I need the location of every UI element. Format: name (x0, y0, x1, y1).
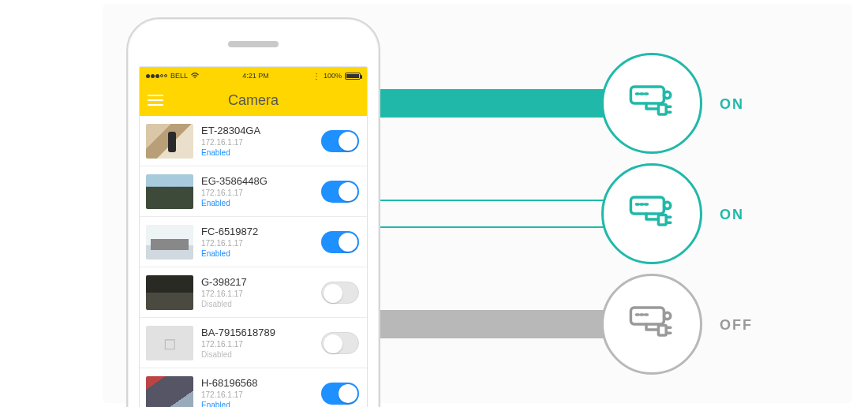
signal-icon (146, 74, 167, 78)
camera-thumbnail (146, 174, 193, 209)
camera-icon (624, 186, 679, 241)
camera-ip: 172.16.1.17 (201, 390, 321, 399)
battery-icon (345, 73, 361, 80)
camera-list[interactable]: ET-28304GA 172.16.1.17 Enabled EG-358644… (140, 116, 367, 407)
camera-toggle[interactable] (321, 383, 359, 405)
camera-name: EG-3586448G (201, 175, 321, 187)
camera-toggle[interactable] (321, 282, 359, 304)
phone-frame: BELL 4:21 PM ⋮ 100% Camera ET-283 (126, 17, 380, 407)
camera-state: Disabled (201, 300, 321, 308)
camera-name: FC-6519872 (201, 226, 321, 237)
battery-pct: 100% (324, 72, 342, 80)
svg-point-7 (664, 312, 670, 319)
svg-rect-2 (658, 104, 666, 114)
camera-thumbnail: ◻ (146, 326, 193, 360)
camera-toggle[interactable] (321, 231, 359, 253)
camera-thumbnail (146, 225, 193, 260)
clock: 4:21 PM (242, 72, 269, 80)
list-item[interactable]: H-68196568 172.16.1.17 Enabled (140, 368, 367, 407)
list-item[interactable]: G-398217 172.16.1.17 Disabled (140, 267, 367, 318)
svg-point-4 (664, 202, 670, 208)
badge-label-1: ON (720, 96, 744, 113)
camera-state: Enabled (201, 401, 321, 407)
badge-label-2: ON (720, 207, 744, 223)
status-bar: BELL 4:21 PM ⋮ 100% (140, 67, 367, 84)
camera-state: Enabled (201, 249, 321, 258)
camera-ip: 172.16.1.17 (201, 340, 321, 349)
camera-name: H-68196568 (201, 377, 321, 389)
nav-bar: Camera (140, 84, 367, 116)
camera-icon (624, 297, 679, 352)
camera-badge-on-1 (601, 53, 702, 154)
camera-toggle[interactable] (321, 181, 359, 203)
camera-thumbnail (146, 124, 193, 159)
camera-state: Enabled (201, 148, 321, 157)
camera-toggle[interactable] (321, 332, 359, 354)
phone-screen: BELL 4:21 PM ⋮ 100% Camera ET-283 (139, 66, 368, 407)
camera-thumbnail (146, 275, 193, 310)
camera-state: Disabled (201, 350, 321, 359)
camera-ip: 172.16.1.17 (201, 138, 321, 147)
svg-rect-5 (658, 215, 666, 225)
camera-name: G-398217 (201, 276, 321, 288)
svg-point-1 (664, 91, 670, 98)
camera-ip: 172.16.1.17 (201, 289, 321, 298)
list-item[interactable]: EG-3586448G 172.16.1.17 Enabled (140, 166, 367, 217)
menu-button[interactable] (148, 95, 163, 106)
carrier-label: BELL (170, 72, 188, 80)
page-title: Camera (228, 92, 279, 109)
camera-badge-on-2 (601, 163, 702, 264)
camera-icon (624, 76, 679, 131)
camera-ip: 172.16.1.17 (201, 189, 321, 197)
phone-speaker (228, 41, 279, 47)
list-item[interactable]: FC-6519872 172.16.1.17 Enabled (140, 217, 367, 267)
camera-badge-off (601, 274, 702, 375)
camera-thumbnail (146, 376, 193, 408)
camera-ip: 172.16.1.17 (201, 239, 321, 248)
svg-rect-8 (658, 325, 666, 335)
camera-state: Enabled (201, 199, 321, 207)
camera-name: BA-7915618789 (201, 327, 321, 338)
camera-toggle[interactable] (321, 130, 359, 152)
wifi-icon (191, 73, 199, 79)
badge-label-3: OFF (720, 317, 753, 334)
bluetooth-icon: ⋮ (312, 72, 320, 80)
list-item[interactable]: ◻ BA-7915618789 172.16.1.17 Disabled (140, 318, 367, 368)
list-item[interactable]: ET-28304GA 172.16.1.17 Enabled (140, 116, 367, 166)
camera-name: ET-28304GA (201, 125, 321, 136)
